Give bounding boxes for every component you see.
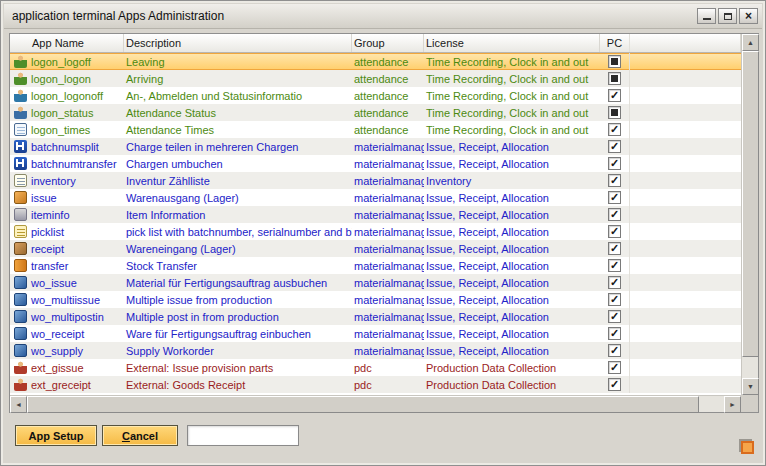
group-cell: materialmanagement xyxy=(352,328,424,340)
license-cell: Issue, Receipt, Allocation xyxy=(424,345,600,357)
table-row[interactable]: inventoryInventur Zähllistematerialmanag… xyxy=(10,172,741,189)
table-row[interactable]: logon_logonArrivingattendanceTime Record… xyxy=(10,70,741,87)
license-cell: Time Recording, Clock in and out xyxy=(424,107,600,119)
group-cell: attendance xyxy=(352,124,424,136)
pc-checkbox[interactable]: ✓ xyxy=(608,361,621,374)
pc-checkbox[interactable]: ✓ xyxy=(608,191,621,204)
person-clock-icon xyxy=(14,106,27,119)
scroll-right-icon[interactable]: ► xyxy=(724,396,741,413)
table-row[interactable]: wo_multipostinMultiple post in from prod… xyxy=(10,308,741,325)
pc-checkbox[interactable]: ✓ xyxy=(608,174,621,187)
pc-checkbox[interactable]: ✓ xyxy=(608,123,621,136)
goods-receipt-icon xyxy=(14,242,27,255)
table-row[interactable]: logon_timesAttendance TimesattendanceTim… xyxy=(10,121,741,138)
pc-checkbox[interactable]: ✓ xyxy=(608,344,621,357)
pc-checkbox[interactable]: ✓ xyxy=(608,293,621,306)
description-cell: Stock Transfer xyxy=(124,260,352,272)
pc-checkbox[interactable]: ✓ xyxy=(608,225,621,238)
description-cell: Material für Fertigungsauftrag ausbuchen xyxy=(124,277,352,289)
table-row[interactable]: logon_statusAttendance StatusattendanceT… xyxy=(10,104,741,121)
scroll-up-icon[interactable]: ▲ xyxy=(742,34,759,51)
vertical-scrollbar[interactable]: ▲ ▼ xyxy=(741,34,758,395)
app-setup-button[interactable]: App Setup xyxy=(15,425,97,446)
column-header-license[interactable]: License xyxy=(424,34,600,52)
batch-split-icon xyxy=(14,140,27,153)
license-cell: Issue, Receipt, Allocation xyxy=(424,294,600,306)
scrollbar-corner xyxy=(741,395,758,412)
pc-checkbox[interactable]: ✓ xyxy=(608,378,621,391)
resize-grip-icon[interactable] xyxy=(738,438,755,455)
app-name-cell: wo_issue xyxy=(10,276,124,289)
app-name-cell: wo_multipostin xyxy=(10,310,124,323)
group-cell: materialmanagement xyxy=(352,243,424,255)
table-row[interactable]: wo_multiissueMultiple issue from product… xyxy=(10,291,741,308)
cancel-underlined-initial: C xyxy=(122,430,130,442)
pc-cell: ✓ xyxy=(600,87,630,104)
description-cell: Warenausgang (Lager) xyxy=(124,192,352,204)
pc-checkbox[interactable]: ✓ xyxy=(608,140,621,153)
titlebar[interactable]: application terminal Apps Administration… xyxy=(4,4,762,29)
maximize-button[interactable] xyxy=(718,8,737,24)
pc-cell: ✓ xyxy=(600,240,630,257)
pc-checkbox[interactable]: ✓ xyxy=(608,276,621,289)
description-cell: Wareneingang (Lager) xyxy=(124,243,352,255)
license-cell: Production Data Collection xyxy=(424,362,600,374)
group-cell: materialmanagement xyxy=(352,175,424,187)
pc-checkbox[interactable]: ✓ xyxy=(608,259,621,272)
column-header-group[interactable]: Group xyxy=(352,34,424,52)
app-name-text: transfer xyxy=(31,260,68,272)
close-button[interactable]: × xyxy=(739,8,758,24)
horizontal-scroll-thumb[interactable] xyxy=(27,396,699,413)
group-cell: materialmanagement xyxy=(352,158,424,170)
pc-cell: ✓ xyxy=(600,257,630,274)
group-cell: materialmanagement xyxy=(352,294,424,306)
table-row[interactable]: wo_issueMaterial für Fertigungsauftrag a… xyxy=(10,274,741,291)
app-name-cell: transfer xyxy=(10,259,124,272)
column-header-pc[interactable]: PC xyxy=(600,34,630,52)
table-row[interactable]: transferStock Transfermaterialmanagement… xyxy=(10,257,741,274)
table-row[interactable]: wo_supplySupply Workordermaterialmanagem… xyxy=(10,342,741,359)
vertical-scroll-thumb[interactable] xyxy=(742,51,759,357)
table-row[interactable]: picklistpick list with batchnumber, seri… xyxy=(10,223,741,240)
pc-checkbox[interactable] xyxy=(608,72,621,85)
horizontal-scrollbar[interactable]: ◄ ► xyxy=(10,395,741,412)
footer-input[interactable] xyxy=(187,425,299,446)
column-header-app-name[interactable]: App Name xyxy=(10,34,124,52)
license-cell: Issue, Receipt, Allocation xyxy=(424,226,600,238)
table-row[interactable]: issueWarenausgang (Lager)materialmanagem… xyxy=(10,189,741,206)
pc-checkbox[interactable]: ✓ xyxy=(608,89,621,102)
app-name-text: wo_supply xyxy=(31,345,83,357)
table-row[interactable]: receiptWareneingang (Lager)materialmanag… xyxy=(10,240,741,257)
pc-cell: ✓ xyxy=(600,223,630,240)
cancel-button[interactable]: Cancel xyxy=(102,425,178,446)
batch-transfer-icon xyxy=(14,157,27,170)
scroll-down-icon[interactable]: ▼ xyxy=(742,378,759,395)
app-name-cell: receipt xyxy=(10,242,124,255)
pc-checkbox[interactable] xyxy=(608,106,621,119)
table-row[interactable]: batchnumsplitCharge teilen in mehreren C… xyxy=(10,138,741,155)
minimize-button[interactable] xyxy=(697,8,716,24)
table-header: App Name Description Group License PC xyxy=(10,34,741,53)
column-header-description[interactable]: Description xyxy=(124,34,352,52)
group-cell: attendance xyxy=(352,107,424,119)
app-name-cell: ext_greceipt xyxy=(10,378,124,391)
table-row[interactable]: logon_logonoffAn-, Abmelden und Statusin… xyxy=(10,87,741,104)
table-row[interactable]: batchnumtransferChargen umbuchenmaterial… xyxy=(10,155,741,172)
pc-checkbox[interactable]: ✓ xyxy=(608,327,621,340)
pc-checkbox[interactable]: ✓ xyxy=(608,242,621,255)
description-cell: pick list with batchnumber, serialnumber… xyxy=(124,226,352,238)
description-cell: Arriving xyxy=(124,73,352,85)
pc-checkbox[interactable]: ✓ xyxy=(608,208,621,221)
pc-checkbox[interactable] xyxy=(608,55,621,68)
pc-checkbox[interactable]: ✓ xyxy=(608,157,621,170)
table-row[interactable]: ext_gissueExternal: Issue provision part… xyxy=(10,359,741,376)
scroll-left-icon[interactable]: ◄ xyxy=(10,396,27,413)
app-name-cell: issue xyxy=(10,191,124,204)
table-row[interactable]: iteminfoItem Informationmaterialmanageme… xyxy=(10,206,741,223)
pc-checkbox[interactable]: ✓ xyxy=(608,310,621,323)
description-cell: External: Issue provision parts xyxy=(124,362,352,374)
table-row[interactable]: ext_greceiptExternal: Goods ReceiptpdcPr… xyxy=(10,376,741,393)
table-row[interactable]: wo_receiptWare für Fertigungsauftrag ein… xyxy=(10,325,741,342)
table-row[interactable]: logon_logoffLeavingattendanceTime Record… xyxy=(10,53,741,70)
app-name-cell: iteminfo xyxy=(10,208,124,221)
